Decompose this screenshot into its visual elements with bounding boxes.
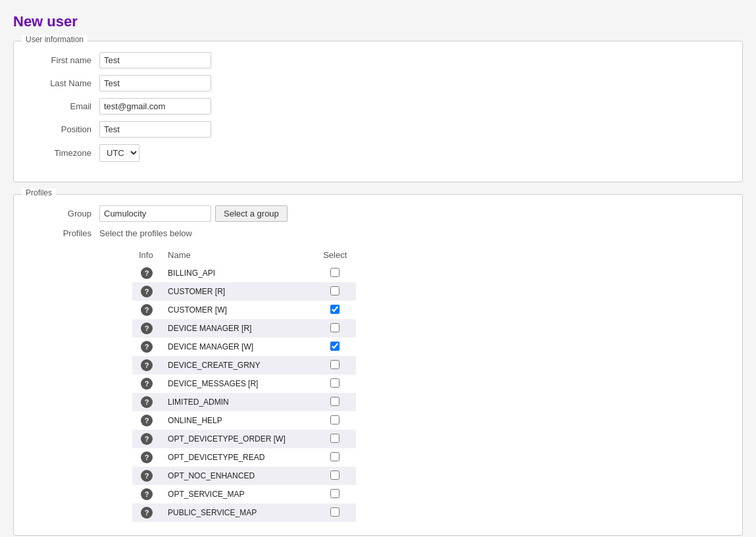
- profile-checkbox[interactable]: [330, 342, 340, 351]
- col-header-info: Info: [132, 247, 161, 264]
- profile-name: PUBLIC_SERVICE_MAP: [161, 503, 315, 522]
- profile-select-cell: [315, 393, 356, 411]
- user-info-legend: User information: [22, 35, 88, 44]
- profile-checkbox[interactable]: [330, 286, 340, 295]
- profile-name: OPT_NOC_ENHANCED: [161, 467, 315, 485]
- info-icon[interactable]: ?: [141, 451, 153, 463]
- profile-name: LIMITED_ADMIN: [161, 393, 315, 411]
- info-icon[interactable]: ?: [141, 359, 153, 371]
- info-cell: ?: [132, 319, 161, 338]
- info-icon[interactable]: ?: [141, 378, 153, 390]
- timezone-select[interactable]: UTC EST PST CST: [99, 144, 139, 162]
- profiles-label: Profiles: [27, 228, 99, 238]
- info-cell: ?: [132, 411, 161, 430]
- group-input[interactable]: [99, 205, 211, 222]
- info-icon[interactable]: ?: [141, 341, 153, 353]
- info-cell: ?: [132, 485, 161, 503]
- info-cell: ?: [132, 503, 161, 522]
- email-row: Email: [27, 98, 729, 115]
- info-icon[interactable]: ?: [141, 433, 153, 445]
- profile-name: OPT_DEVICETYPE_ORDER [W]: [161, 430, 315, 448]
- info-cell: ?: [132, 430, 161, 448]
- profile-select-cell: [315, 356, 356, 374]
- info-icon[interactable]: ?: [141, 286, 153, 297]
- profile-select-cell: [315, 448, 356, 467]
- table-row: ?ONLINE_HELP: [132, 411, 356, 430]
- last-name-input[interactable]: [99, 75, 211, 91]
- email-input[interactable]: [99, 98, 211, 115]
- email-label: Email: [27, 101, 99, 111]
- info-cell: ?: [132, 356, 161, 374]
- info-icon[interactable]: ?: [141, 396, 153, 408]
- profile-checkbox[interactable]: [330, 378, 340, 388]
- profile-checkbox[interactable]: [330, 434, 340, 443]
- position-input[interactable]: [99, 121, 211, 138]
- table-row: ?OPT_NOC_ENHANCED: [132, 467, 356, 485]
- info-cell: ?: [132, 374, 161, 393]
- profile-select-cell: [315, 430, 356, 448]
- profile-select-cell: [315, 411, 356, 430]
- profile-checkbox[interactable]: [330, 452, 340, 461]
- profile-checkbox[interactable]: [330, 323, 340, 332]
- timezone-row: Timezone UTC EST PST CST: [27, 144, 729, 162]
- profile-checkbox[interactable]: [330, 268, 340, 277]
- info-icon[interactable]: ?: [141, 470, 153, 482]
- first-name-row: First name: [27, 52, 729, 68]
- profiles-table-wrapper: Info Name Select ?BILLING_API?CUSTOMER […: [132, 247, 729, 522]
- table-row: ?PUBLIC_SERVICE_MAP: [132, 503, 356, 522]
- last-name-label: Last Name: [27, 78, 99, 88]
- profile-name: DEVICE MANAGER [R]: [161, 319, 315, 338]
- profile-select-cell: [315, 374, 356, 393]
- profile-name: DEVICE_MESSAGES [R]: [161, 374, 315, 393]
- profile-checkbox[interactable]: [330, 360, 340, 369]
- profiles-hint: Select the profiles below: [99, 228, 192, 238]
- info-cell: ?: [132, 282, 161, 301]
- table-row: ?BILLING_API: [132, 264, 356, 282]
- profile-checkbox[interactable]: [330, 305, 340, 314]
- profiles-table: Info Name Select ?BILLING_API?CUSTOMER […: [132, 247, 356, 522]
- info-icon[interactable]: ?: [141, 322, 153, 334]
- first-name-label: First name: [27, 55, 99, 65]
- table-row: ?OPT_DEVICETYPE_ORDER [W]: [132, 430, 356, 448]
- info-icon[interactable]: ?: [141, 488, 153, 500]
- profile-name: ONLINE_HELP: [161, 411, 315, 430]
- table-row: ?LIMITED_ADMIN: [132, 393, 356, 411]
- profile-select-cell: [315, 282, 356, 301]
- info-icon[interactable]: ?: [141, 507, 153, 519]
- info-cell: ?: [132, 264, 161, 282]
- select-group-button[interactable]: Select a group: [215, 205, 288, 222]
- position-row: Position: [27, 121, 729, 138]
- profile-checkbox[interactable]: [330, 507, 340, 517]
- timezone-label: Timezone: [27, 148, 99, 158]
- profile-checkbox[interactable]: [330, 471, 340, 480]
- table-row: ?DEVICE MANAGER [W]: [132, 338, 356, 356]
- profile-select-cell: [315, 264, 356, 282]
- profile-checkbox[interactable]: [330, 397, 340, 406]
- info-cell: ?: [132, 393, 161, 411]
- table-row: ?DEVICE MANAGER [R]: [132, 319, 356, 338]
- col-header-name: Name: [161, 247, 315, 264]
- info-cell: ?: [132, 301, 161, 319]
- profile-select-cell: [315, 467, 356, 485]
- profiles-section: Profiles Group Select a group Profiles S…: [13, 194, 743, 536]
- col-header-select: Select: [315, 247, 356, 264]
- info-cell: ?: [132, 448, 161, 467]
- first-name-input[interactable]: [99, 52, 211, 68]
- info-cell: ?: [132, 467, 161, 485]
- profile-name: CUSTOMER [R]: [161, 282, 315, 301]
- info-icon[interactable]: ?: [141, 267, 153, 279]
- profile-checkbox[interactable]: [330, 489, 340, 498]
- profile-select-cell: [315, 503, 356, 522]
- profile-name: CUSTOMER [W]: [161, 301, 315, 319]
- table-row: ?DEVICE_CREATE_GRNY: [132, 356, 356, 374]
- table-row: ?OPT_SERVICE_MAP: [132, 485, 356, 503]
- info-icon[interactable]: ?: [141, 304, 153, 316]
- table-row: ?DEVICE_MESSAGES [R]: [132, 374, 356, 393]
- profile-checkbox[interactable]: [330, 415, 340, 424]
- page-title: New user: [13, 13, 743, 30]
- info-icon[interactable]: ?: [141, 415, 153, 426]
- group-label: Group: [27, 209, 99, 218]
- profile-select-cell: [315, 301, 356, 319]
- user-information-section: User information First name Last Name Em…: [13, 41, 743, 182]
- profiles-hint-row: Profiles Select the profiles below: [27, 228, 729, 238]
